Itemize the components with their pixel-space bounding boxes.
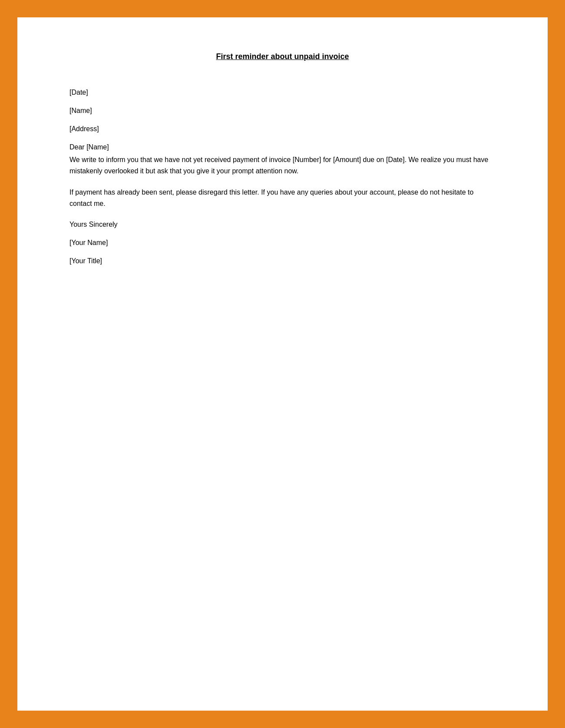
greeting: Dear [Name] <box>69 142 496 152</box>
address-field: [Address] <box>69 124 496 134</box>
closing: Yours Sincerely <box>69 219 496 230</box>
date-field: [Date] <box>69 87 496 98</box>
name-field: [Name] <box>69 106 496 116</box>
body-paragraph-2: If payment has already been sent, please… <box>69 187 496 209</box>
letter-document: First reminder about unpaid invoice [Dat… <box>17 17 548 711</box>
body-paragraph-1: We write to inform you that we have not … <box>69 154 496 176</box>
letter-title: First reminder about unpaid invoice <box>69 52 496 61</box>
your-title: [Your Title] <box>69 256 496 266</box>
your-name: [Your Name] <box>69 238 496 248</box>
